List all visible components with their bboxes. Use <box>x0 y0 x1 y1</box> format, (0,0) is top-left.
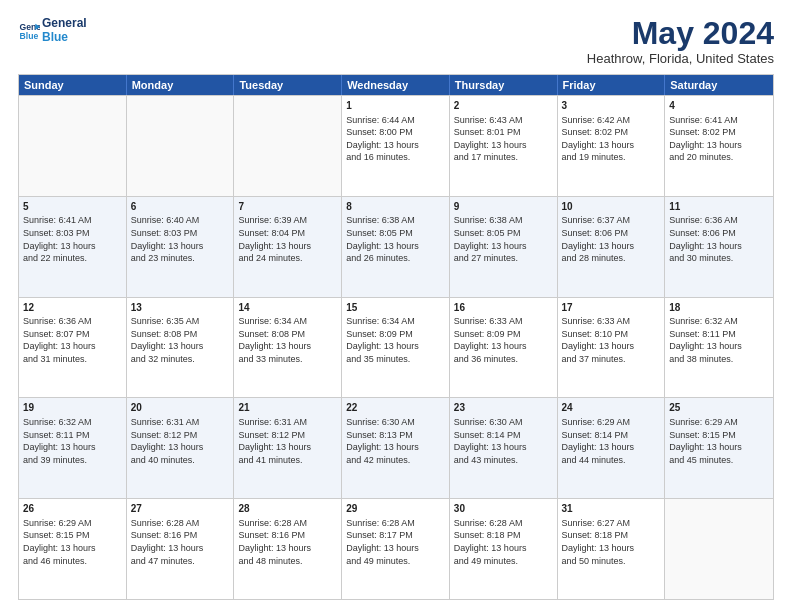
calendar-cell: 28Sunrise: 6:28 AM Sunset: 8:16 PM Dayli… <box>234 499 342 599</box>
cell-info: Sunrise: 6:41 AM Sunset: 8:02 PM Dayligh… <box>669 114 769 164</box>
day-header: Saturday <box>665 75 773 95</box>
cell-date: 14 <box>238 301 337 315</box>
cell-date: 27 <box>131 502 230 516</box>
cell-info: Sunrise: 6:40 AM Sunset: 8:03 PM Dayligh… <box>131 214 230 264</box>
cell-info: Sunrise: 6:42 AM Sunset: 8:02 PM Dayligh… <box>562 114 661 164</box>
cell-info: Sunrise: 6:38 AM Sunset: 8:05 PM Dayligh… <box>454 214 553 264</box>
calendar-cell: 14Sunrise: 6:34 AM Sunset: 8:08 PM Dayli… <box>234 298 342 398</box>
cell-date: 31 <box>562 502 661 516</box>
cell-date: 30 <box>454 502 553 516</box>
cell-date: 26 <box>23 502 122 516</box>
calendar-cell: 17Sunrise: 6:33 AM Sunset: 8:10 PM Dayli… <box>558 298 666 398</box>
calendar-cell <box>665 499 773 599</box>
calendar-cell: 8Sunrise: 6:38 AM Sunset: 8:05 PM Daylig… <box>342 197 450 297</box>
title-area: May 2024 Heathrow, Florida, United State… <box>587 16 774 66</box>
cell-info: Sunrise: 6:29 AM Sunset: 8:14 PM Dayligh… <box>562 416 661 466</box>
calendar-cell: 20Sunrise: 6:31 AM Sunset: 8:12 PM Dayli… <box>127 398 235 498</box>
calendar-cell: 30Sunrise: 6:28 AM Sunset: 8:18 PM Dayli… <box>450 499 558 599</box>
calendar-cell: 9Sunrise: 6:38 AM Sunset: 8:05 PM Daylig… <box>450 197 558 297</box>
logo-icon: General Blue <box>18 19 40 41</box>
cell-date: 22 <box>346 401 445 415</box>
cell-date: 7 <box>238 200 337 214</box>
calendar-body: 1Sunrise: 6:44 AM Sunset: 8:00 PM Daylig… <box>19 95 773 599</box>
cell-info: Sunrise: 6:34 AM Sunset: 8:08 PM Dayligh… <box>238 315 337 365</box>
day-header: Sunday <box>19 75 127 95</box>
calendar-cell: 15Sunrise: 6:34 AM Sunset: 8:09 PM Dayli… <box>342 298 450 398</box>
cell-info: Sunrise: 6:29 AM Sunset: 8:15 PM Dayligh… <box>669 416 769 466</box>
week-row: 1Sunrise: 6:44 AM Sunset: 8:00 PM Daylig… <box>19 95 773 196</box>
calendar-cell: 22Sunrise: 6:30 AM Sunset: 8:13 PM Dayli… <box>342 398 450 498</box>
day-header: Friday <box>558 75 666 95</box>
cell-info: Sunrise: 6:31 AM Sunset: 8:12 PM Dayligh… <box>131 416 230 466</box>
cell-info: Sunrise: 6:38 AM Sunset: 8:05 PM Dayligh… <box>346 214 445 264</box>
day-header: Thursday <box>450 75 558 95</box>
calendar-cell: 13Sunrise: 6:35 AM Sunset: 8:08 PM Dayli… <box>127 298 235 398</box>
calendar-cell: 19Sunrise: 6:32 AM Sunset: 8:11 PM Dayli… <box>19 398 127 498</box>
cell-info: Sunrise: 6:44 AM Sunset: 8:00 PM Dayligh… <box>346 114 445 164</box>
cell-info: Sunrise: 6:28 AM Sunset: 8:16 PM Dayligh… <box>131 517 230 567</box>
cell-date: 24 <box>562 401 661 415</box>
day-header: Wednesday <box>342 75 450 95</box>
cell-info: Sunrise: 6:36 AM Sunset: 8:06 PM Dayligh… <box>669 214 769 264</box>
calendar-cell: 25Sunrise: 6:29 AM Sunset: 8:15 PM Dayli… <box>665 398 773 498</box>
cell-date: 29 <box>346 502 445 516</box>
day-headers: SundayMondayTuesdayWednesdayThursdayFrid… <box>19 75 773 95</box>
cell-date: 4 <box>669 99 769 113</box>
svg-text:Blue: Blue <box>20 31 39 41</box>
calendar-cell: 26Sunrise: 6:29 AM Sunset: 8:15 PM Dayli… <box>19 499 127 599</box>
cell-date: 12 <box>23 301 122 315</box>
cell-date: 23 <box>454 401 553 415</box>
calendar-cell: 18Sunrise: 6:32 AM Sunset: 8:11 PM Dayli… <box>665 298 773 398</box>
cell-date: 3 <box>562 99 661 113</box>
calendar-cell: 6Sunrise: 6:40 AM Sunset: 8:03 PM Daylig… <box>127 197 235 297</box>
cell-info: Sunrise: 6:31 AM Sunset: 8:12 PM Dayligh… <box>238 416 337 466</box>
calendar-cell: 29Sunrise: 6:28 AM Sunset: 8:17 PM Dayli… <box>342 499 450 599</box>
calendar-cell <box>19 96 127 196</box>
calendar-cell: 16Sunrise: 6:33 AM Sunset: 8:09 PM Dayli… <box>450 298 558 398</box>
cell-date: 17 <box>562 301 661 315</box>
calendar-cell: 1Sunrise: 6:44 AM Sunset: 8:00 PM Daylig… <box>342 96 450 196</box>
cell-date: 6 <box>131 200 230 214</box>
cell-date: 15 <box>346 301 445 315</box>
cell-info: Sunrise: 6:37 AM Sunset: 8:06 PM Dayligh… <box>562 214 661 264</box>
header: General Blue General Blue May 2024 Heath… <box>18 16 774 66</box>
week-row: 5Sunrise: 6:41 AM Sunset: 8:03 PM Daylig… <box>19 196 773 297</box>
day-header: Tuesday <box>234 75 342 95</box>
day-header: Monday <box>127 75 235 95</box>
cell-date: 10 <box>562 200 661 214</box>
week-row: 26Sunrise: 6:29 AM Sunset: 8:15 PM Dayli… <box>19 498 773 599</box>
cell-info: Sunrise: 6:33 AM Sunset: 8:10 PM Dayligh… <box>562 315 661 365</box>
cell-date: 1 <box>346 99 445 113</box>
cell-info: Sunrise: 6:39 AM Sunset: 8:04 PM Dayligh… <box>238 214 337 264</box>
cell-date: 25 <box>669 401 769 415</box>
cell-info: Sunrise: 6:34 AM Sunset: 8:09 PM Dayligh… <box>346 315 445 365</box>
calendar: SundayMondayTuesdayWednesdayThursdayFrid… <box>18 74 774 600</box>
subtitle: Heathrow, Florida, United States <box>587 51 774 66</box>
cell-info: Sunrise: 6:32 AM Sunset: 8:11 PM Dayligh… <box>669 315 769 365</box>
cell-info: Sunrise: 6:35 AM Sunset: 8:08 PM Dayligh… <box>131 315 230 365</box>
calendar-cell: 10Sunrise: 6:37 AM Sunset: 8:06 PM Dayli… <box>558 197 666 297</box>
cell-info: Sunrise: 6:33 AM Sunset: 8:09 PM Dayligh… <box>454 315 553 365</box>
cell-info: Sunrise: 6:28 AM Sunset: 8:18 PM Dayligh… <box>454 517 553 567</box>
calendar-cell: 12Sunrise: 6:36 AM Sunset: 8:07 PM Dayli… <box>19 298 127 398</box>
cell-date: 18 <box>669 301 769 315</box>
calendar-cell: 7Sunrise: 6:39 AM Sunset: 8:04 PM Daylig… <box>234 197 342 297</box>
week-row: 19Sunrise: 6:32 AM Sunset: 8:11 PM Dayli… <box>19 397 773 498</box>
cell-info: Sunrise: 6:36 AM Sunset: 8:07 PM Dayligh… <box>23 315 122 365</box>
cell-date: 21 <box>238 401 337 415</box>
calendar-cell: 27Sunrise: 6:28 AM Sunset: 8:16 PM Dayli… <box>127 499 235 599</box>
cell-info: Sunrise: 6:29 AM Sunset: 8:15 PM Dayligh… <box>23 517 122 567</box>
cell-date: 28 <box>238 502 337 516</box>
logo-line1: General <box>42 16 87 30</box>
cell-info: Sunrise: 6:28 AM Sunset: 8:16 PM Dayligh… <box>238 517 337 567</box>
calendar-cell <box>127 96 235 196</box>
calendar-cell: 2Sunrise: 6:43 AM Sunset: 8:01 PM Daylig… <box>450 96 558 196</box>
cell-info: Sunrise: 6:30 AM Sunset: 8:13 PM Dayligh… <box>346 416 445 466</box>
page: General Blue General Blue May 2024 Heath… <box>0 0 792 612</box>
cell-date: 5 <box>23 200 122 214</box>
cell-info: Sunrise: 6:41 AM Sunset: 8:03 PM Dayligh… <box>23 214 122 264</box>
week-row: 12Sunrise: 6:36 AM Sunset: 8:07 PM Dayli… <box>19 297 773 398</box>
cell-info: Sunrise: 6:28 AM Sunset: 8:17 PM Dayligh… <box>346 517 445 567</box>
calendar-cell: 4Sunrise: 6:41 AM Sunset: 8:02 PM Daylig… <box>665 96 773 196</box>
calendar-cell: 3Sunrise: 6:42 AM Sunset: 8:02 PM Daylig… <box>558 96 666 196</box>
